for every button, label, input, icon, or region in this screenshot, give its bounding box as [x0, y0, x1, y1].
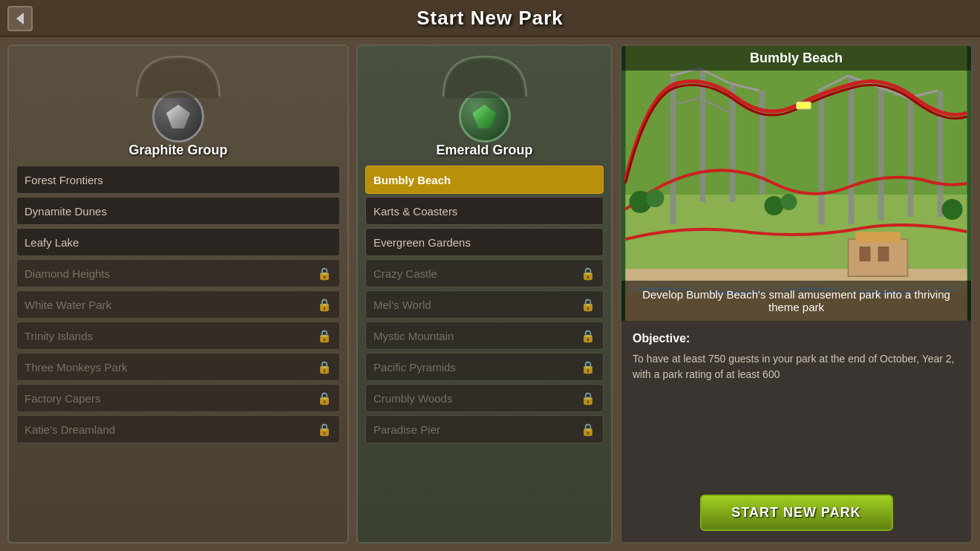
start-new-park-button[interactable]: START NEW PARK — [700, 495, 893, 531]
svg-rect-25 — [878, 247, 889, 261]
lock-icon: 🔒 — [317, 391, 332, 405]
svg-rect-4 — [670, 76, 676, 224]
objective-label: Objective: — [633, 332, 960, 345]
graphite-park-item[interactable]: Katie's Dreamland🔒 — [16, 415, 340, 443]
emerald-park-item[interactable]: Bumbly Beach — [365, 166, 604, 194]
park-item-name: Dynamite Dunes — [24, 205, 107, 218]
svg-point-28 — [765, 196, 784, 215]
graphite-park-item[interactable]: Leafy Lake — [16, 228, 340, 256]
back-arrow-icon — [13, 11, 27, 26]
preview-panel: Bumbly Beach Develop Bumbly Beach's smal… — [620, 45, 973, 544]
graphite-park-item[interactable]: Forest Frontiers — [16, 166, 340, 194]
emerald-arch-svg — [440, 53, 529, 98]
graphite-park-item[interactable]: Dynamite Dunes — [16, 197, 340, 225]
park-item-name: Crumbly Woods — [373, 392, 452, 405]
graphite-park-list: Forest FrontiersDynamite DunesLeafy Lake… — [16, 166, 340, 443]
preview-description: Develop Bumbly Beach's small amusement p… — [621, 281, 971, 321]
emerald-park-item[interactable]: Crazy Castle🔒 — [365, 259, 604, 287]
graphite-park-item[interactable]: Factory Capers🔒 — [16, 384, 340, 412]
lock-icon: 🔒 — [581, 267, 595, 281]
graphite-icon — [152, 91, 204, 143]
svg-rect-31 — [797, 102, 811, 109]
park-item-name: Katie's Dreamland — [24, 423, 115, 436]
emerald-park-item[interactable]: Pacific Pyramids🔒 — [365, 353, 604, 381]
graphite-arch-svg — [134, 53, 223, 98]
emerald-park-item[interactable]: Evergreen Gardens — [365, 228, 604, 256]
svg-marker-0 — [16, 13, 24, 25]
objective-section: Objective: To have at least 750 guests i… — [621, 321, 971, 487]
svg-rect-5 — [700, 68, 706, 202]
lock-icon: 🔒 — [317, 360, 332, 374]
graphite-group-header: Graphite Group — [16, 53, 340, 158]
emerald-panel: Emerald Group Bumbly BeachKarts & Coaste… — [356, 45, 612, 544]
park-item-name: Bumbly Beach — [373, 174, 451, 186]
park-item-name: Factory Capers — [24, 392, 101, 405]
back-button[interactable] — [7, 6, 33, 31]
graphite-diamond — [166, 105, 190, 128]
start-button-container: START NEW PARK — [621, 487, 971, 542]
graphite-park-item[interactable]: Diamond Heights🔒 — [16, 259, 340, 287]
lock-icon: 🔒 — [581, 391, 595, 405]
graphite-arch — [134, 53, 223, 98]
graphite-group-name: Graphite Group — [128, 143, 227, 158]
preview-title: Bumbly Beach — [621, 46, 971, 71]
park-item-name: Trinity Islands — [24, 330, 93, 342]
park-item-name: Forest Frontiers — [24, 174, 103, 186]
lock-icon: 🔒 — [317, 267, 332, 281]
graphite-park-item[interactable]: White Water Park🔒 — [16, 290, 340, 319]
preview-image: Bumbly Beach Develop Bumbly Beach's smal… — [621, 46, 971, 321]
emerald-park-item[interactable]: Karts & Coasters — [365, 197, 604, 225]
svg-rect-15 — [878, 87, 884, 221]
emerald-icon — [459, 91, 511, 143]
park-item-name: White Water Park — [24, 299, 111, 311]
header: Start New Park — [0, 0, 980, 37]
main-layout: Graphite Group Forest FrontiersDynamite … — [0, 37, 980, 551]
lock-icon: 🔒 — [581, 360, 595, 374]
lock-icon: 🔒 — [581, 423, 595, 437]
emerald-group-header: Emerald Group — [365, 53, 604, 158]
park-item-name: Evergreen Gardens — [373, 236, 471, 249]
emerald-park-list: Bumbly BeachKarts & CoastersEvergreen Ga… — [365, 166, 604, 443]
graphite-park-item[interactable]: Trinity Islands🔒 — [16, 322, 340, 350]
svg-rect-14 — [849, 76, 855, 224]
emerald-park-item[interactable]: Paradise Pier🔒 — [365, 415, 604, 443]
park-item-name: Paradise Pier — [373, 423, 440, 436]
svg-rect-24 — [860, 247, 871, 261]
svg-point-29 — [781, 194, 797, 210]
lock-icon: 🔒 — [581, 298, 595, 312]
emerald-park-item[interactable]: Mystic Mountain🔒 — [365, 322, 604, 350]
emerald-arch — [440, 53, 529, 98]
lock-icon: 🔒 — [581, 329, 595, 343]
park-item-name: Pacific Pyramids — [373, 361, 456, 374]
coaster-scene-svg — [621, 46, 971, 321]
park-item-name: Mystic Mountain — [373, 330, 454, 342]
emerald-group-name: Emerald Group — [436, 143, 532, 158]
park-item-name: Crazy Castle — [373, 267, 437, 280]
emerald-park-item[interactable]: Mel's World🔒 — [365, 290, 604, 319]
park-item-name: Three Monkeys Park — [24, 361, 127, 374]
lock-icon: 🔒 — [317, 329, 332, 343]
park-item-name: Mel's World — [373, 299, 431, 311]
objective-text: To have at least 750 guests in your park… — [633, 351, 960, 382]
svg-point-30 — [942, 199, 963, 220]
graphite-park-item[interactable]: Three Monkeys Park🔒 — [16, 353, 340, 381]
svg-point-27 — [647, 189, 664, 207]
svg-rect-13 — [819, 91, 825, 224]
lock-icon: 🔒 — [317, 423, 332, 437]
page-title: Start New Park — [416, 7, 564, 30]
svg-rect-16 — [908, 98, 914, 217]
park-item-name: Diamond Heights — [24, 267, 110, 280]
emerald-diamond — [473, 105, 497, 128]
svg-rect-23 — [856, 232, 901, 243]
park-item-name: Leafy Lake — [24, 236, 79, 249]
graphite-panel: Graphite Group Forest FrontiersDynamite … — [7, 45, 349, 544]
emerald-park-item[interactable]: Crumbly Woods🔒 — [365, 384, 604, 412]
park-item-name: Karts & Coasters — [373, 205, 457, 218]
lock-icon: 🔒 — [317, 298, 332, 312]
